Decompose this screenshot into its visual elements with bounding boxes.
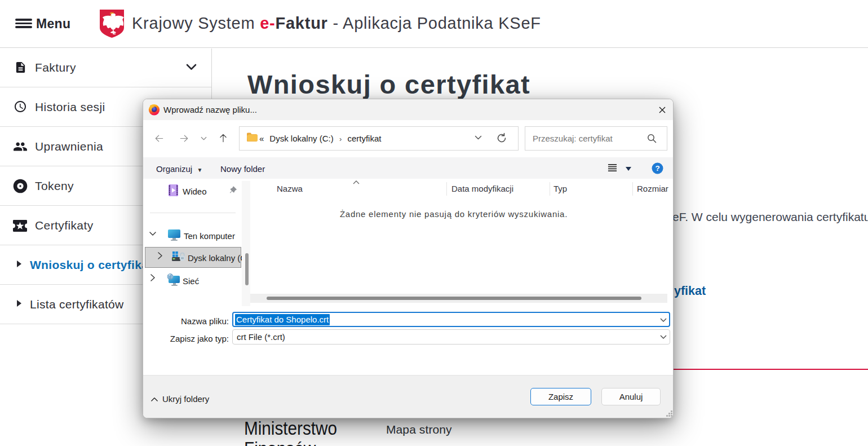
svg-text:?: ? <box>655 164 659 173</box>
